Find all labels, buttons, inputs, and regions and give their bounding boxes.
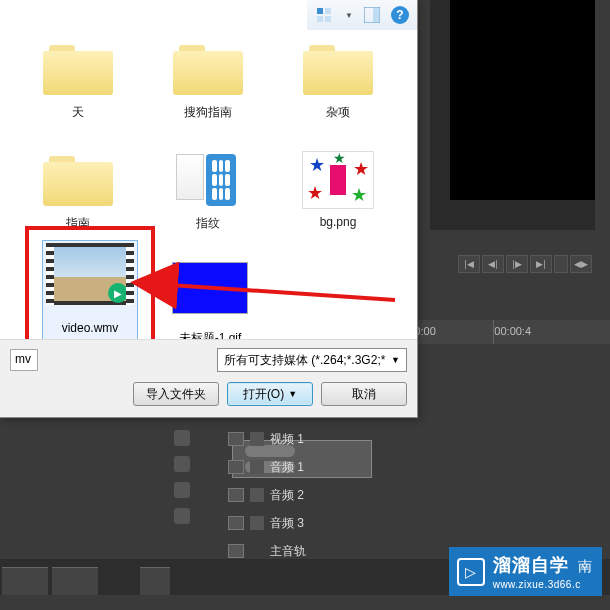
track-label: 主音轨 (270, 543, 306, 560)
track-video-1[interactable]: 视频 1 (222, 425, 610, 453)
chevron-down-icon: ▼ (288, 389, 297, 399)
tool-palette (174, 430, 190, 524)
track-label: 音频 1 (270, 459, 304, 476)
file-name: 指纹 (196, 215, 220, 232)
track-audio-1[interactable]: 音频 1 (222, 453, 610, 481)
file-name: 指南 (66, 215, 90, 232)
track-audio-3[interactable]: 音频 3 (222, 509, 610, 537)
svg-rect-0 (317, 8, 323, 14)
speaker-icon[interactable] (228, 544, 244, 558)
import-folder-button[interactable]: 导入文件夹 (133, 382, 219, 406)
transport-step-fwd[interactable]: |▶ (506, 255, 528, 273)
lock-icon[interactable] (250, 460, 264, 474)
track-label: 视频 1 (270, 431, 304, 448)
file-item[interactable]: ★ ★ ★ ★ ★ bg.png (284, 149, 392, 232)
button-label: 取消 (352, 386, 376, 403)
transport-prev[interactable]: |◀ (458, 255, 480, 273)
open-button[interactable]: 打开(O) ▼ (227, 382, 313, 406)
ruler-tick: 00:00:4 (493, 320, 610, 344)
speaker-icon[interactable] (228, 516, 244, 530)
file-list[interactable]: 天 搜狗指南 杂项 指南 (0, 30, 417, 339)
speaker-icon[interactable] (228, 460, 244, 474)
file-type-filter[interactable]: 所有可支持媒体 (*.264;*.3G2;* ▼ (217, 348, 407, 372)
transport-loop[interactable]: ◀▶ (570, 255, 592, 273)
file-item-selected[interactable]: ▶ video.wmv (42, 240, 138, 339)
folder-icon (43, 43, 113, 95)
status-seg (2, 567, 48, 595)
lock-icon[interactable] (250, 488, 264, 502)
svg-rect-2 (317, 16, 323, 22)
filename-ext-field[interactable]: mv (10, 349, 38, 371)
file-name: 杂项 (326, 104, 350, 121)
watermark-logo-icon: ▷ (457, 558, 485, 586)
button-label: 导入文件夹 (146, 386, 206, 403)
tool-zoom-icon[interactable] (174, 508, 190, 524)
folder-item[interactable]: 搜狗指南 (154, 38, 262, 121)
folder-item[interactable]: 杂项 (284, 38, 392, 121)
dialog-footer: mv 所有可支持媒体 (*.264;*.3G2;* ▼ 导入文件夹 打开(O) … (0, 339, 417, 417)
status-seg (140, 567, 170, 595)
view-mode-icon[interactable] (315, 6, 333, 24)
folder-item[interactable]: 指南 (24, 149, 132, 232)
folder-icon (173, 43, 243, 95)
transport-step-back[interactable]: ◀| (482, 255, 504, 273)
folder-icon (43, 154, 113, 206)
folder-preview-icon (176, 154, 240, 206)
folder-icon (303, 43, 373, 95)
tool-razor-icon[interactable] (174, 456, 190, 472)
file-open-dialog: ▼ ? 天 搜狗指南 杂项 指南 (0, 0, 418, 418)
preview-pane-icon[interactable] (363, 6, 381, 24)
image-thumb (172, 262, 248, 314)
preview-panel (430, 0, 595, 230)
folder-item[interactable]: 指纹 (154, 149, 262, 232)
watermark: ▷ 溜溜自学 南 www.zixue.3d66.c (449, 547, 602, 596)
image-thumb: ★ ★ ★ ★ ★ (302, 151, 374, 209)
dialog-toolbar: ▼ ? (307, 0, 417, 30)
file-item[interactable]: 未标题-1.gif (172, 262, 248, 339)
lock-icon[interactable] (250, 432, 264, 446)
transport-sep (554, 255, 568, 273)
watermark-url: www.zixue.3d66.c (493, 579, 592, 590)
blank-icon (250, 544, 264, 558)
transport-next[interactable]: ▶| (530, 255, 552, 273)
tool-slip-icon[interactable] (174, 482, 190, 498)
filter-label: 所有可支持媒体 (*.264;*.3G2;* (224, 352, 385, 369)
cancel-button[interactable]: 取消 (321, 382, 407, 406)
file-name: 天 (72, 104, 84, 121)
play-overlay-icon: ▶ (108, 283, 128, 303)
track-audio-2[interactable]: 音频 2 (222, 481, 610, 509)
svg-rect-1 (325, 8, 331, 14)
file-name: bg.png (320, 215, 357, 229)
chevron-down-icon[interactable]: ▼ (345, 11, 353, 20)
button-label: 打开(O) (243, 386, 284, 403)
file-name: video.wmv (62, 321, 119, 335)
help-icon[interactable]: ? (391, 6, 409, 24)
watermark-alt: 南 (578, 558, 592, 574)
track-label: 音频 3 (270, 515, 304, 532)
lock-icon[interactable] (250, 516, 264, 530)
tool-select-icon[interactable] (174, 430, 190, 446)
chevron-down-icon: ▼ (391, 355, 400, 365)
svg-rect-5 (373, 8, 379, 22)
speaker-icon[interactable] (228, 488, 244, 502)
folder-item[interactable]: 天 (24, 38, 132, 121)
status-seg (52, 567, 98, 595)
preview-viewport (450, 0, 595, 200)
watermark-title: 溜溜自学 (493, 555, 569, 575)
svg-rect-3 (325, 16, 331, 22)
file-name: 搜狗指南 (184, 104, 232, 121)
track-list: 视频 1 音频 1 音频 2 音频 3 主音轨 (222, 425, 610, 565)
track-label: 音频 2 (270, 487, 304, 504)
video-thumb: ▶ (46, 243, 134, 305)
transport-controls: |◀ ◀| |▶ ▶| ◀▶ (458, 255, 592, 273)
eye-icon[interactable] (228, 432, 244, 446)
file-name: 未标题-1.gif (179, 330, 242, 339)
